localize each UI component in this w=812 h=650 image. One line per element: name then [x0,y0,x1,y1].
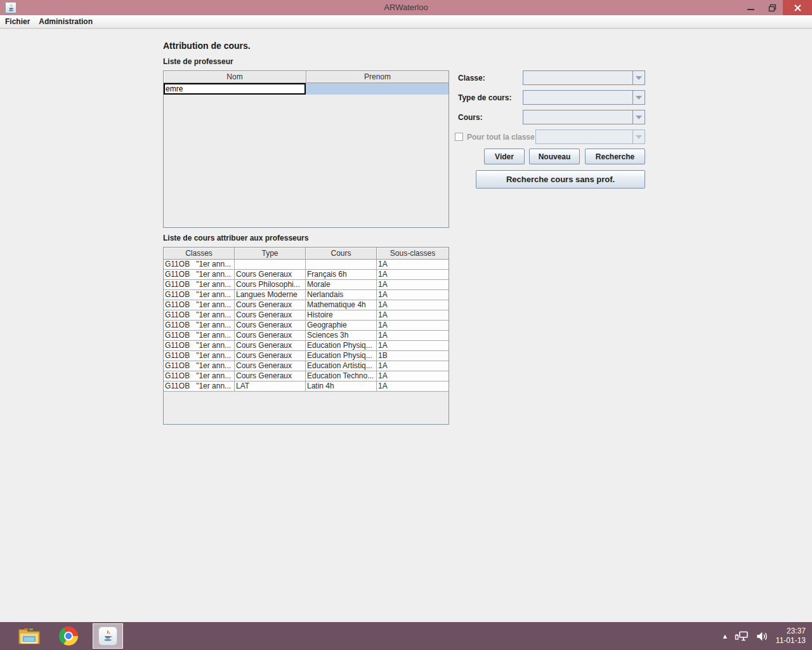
pour-tout-combobox-value [536,130,632,143]
cell-sous_classes: 1A [377,290,449,300]
table-row[interactable]: G11OB "1er ann...Cours GenerauxSciences … [164,331,449,341]
taskbar-chrome-button[interactable] [53,623,84,649]
column-header-classes[interactable]: Classes [164,248,235,260]
chrome-icon [59,627,78,646]
menu-administration[interactable]: Administration [39,15,98,29]
table-row[interactable]: G11OB "1er ann...LATLatin 4h1A [164,381,449,392]
network-icon[interactable] [735,631,749,642]
restore-button[interactable] [761,0,783,15]
table-row[interactable]: G11OB "1er ann...Cours Philosophi...Mora… [164,280,449,290]
classe-label: Classe: [458,74,485,83]
titlebar: ARWaterloo [0,0,812,15]
cell-type: Langues Moderne [235,290,306,300]
system-tray: ▲ 23:37 11-01-13 [723,627,812,646]
cell-cours: Latin 4h [306,381,377,392]
vider-button[interactable]: Vider [484,149,525,164]
cell-type: Cours Generaux [235,310,306,321]
java-icon [98,627,117,646]
cell-sous_classes: 1A [377,321,449,331]
chevron-down-icon[interactable] [632,110,645,124]
cell-type: Cours Generaux [235,361,306,371]
prenom-selected-cell[interactable] [306,83,449,95]
nouveau-button[interactable]: Nouveau [529,149,580,164]
cell-type [235,260,306,270]
close-button[interactable] [783,0,812,15]
column-header-cours[interactable]: Cours [306,248,377,260]
pour-tout-combobox[interactable] [535,129,645,144]
volume-icon[interactable] [756,631,768,642]
minimize-button[interactable] [740,0,761,15]
cell-classes: G11OB "1er ann... [164,351,235,361]
cell-type: Cours Generaux [235,270,306,280]
table-row[interactable]: G11OB "1er ann...Cours GenerauxEducation… [164,341,449,351]
cell-cours: Sciences 3h [306,331,377,341]
table-row[interactable]: G11OB "1er ann...1A [164,260,449,270]
cell-cours: Morale [306,280,377,290]
recherche-cours-sans-prof-button[interactable]: Recherche cours sans prof. [476,170,645,189]
minimize-icon [747,9,754,10]
taskbar-clock[interactable]: 23:37 11-01-13 [776,627,806,646]
column-header-prenom[interactable]: Prenom [306,71,449,83]
table-row[interactable]: G11OB "1er ann...Cours GenerauxEducation… [164,371,449,381]
clock-time: 23:37 [776,627,806,636]
pour-tout-la-classe-label: Pour tout la classe [467,133,535,142]
table-row[interactable]: G11OB "1er ann...Cours GenerauxMathemati… [164,300,449,310]
taskbar-file-explorer-button[interactable] [14,623,44,649]
cell-type: LAT [235,381,306,392]
classe-combobox[interactable] [523,70,645,85]
cell-cours: Mathematique 4h [306,300,377,310]
cell-classes: G11OB "1er ann... [164,260,235,270]
table-row[interactable] [164,83,449,95]
hidden-icons-arrow[interactable]: ▲ [723,633,727,639]
professors-table-header: Nom Prenom [164,71,449,83]
cell-sous_classes: 1A [377,381,449,392]
cell-classes: G11OB "1er ann... [164,341,235,351]
desktop: ARWaterloo Fichier Administration Attr [0,0,812,650]
cell-sous_classes: 1A [377,341,449,351]
cours-combobox[interactable] [523,110,645,124]
cell-sous_classes: 1B [377,351,449,361]
type-de-cours-label: Type de cours: [458,93,511,102]
table-row[interactable]: G11OB "1er ann...Cours GenerauxFrançais … [164,270,449,280]
cell-sous_classes: 1A [377,310,449,321]
cell-classes: G11OB "1er ann... [164,290,235,300]
cell-cours: Histoire [306,310,377,321]
chevron-down-icon[interactable] [632,91,645,104]
table-row[interactable]: G11OB "1er ann...Cours GenerauxGeographi… [164,321,449,331]
column-header-type[interactable]: Type [235,248,306,260]
cell-classes: G11OB "1er ann... [164,331,235,341]
taskbar-apps [14,623,123,649]
table-row[interactable]: G11OB "1er ann...Cours GenerauxHistoire1… [164,310,449,321]
window-title: ARWaterloo [0,0,812,15]
type-de-cours-combobox-value [523,91,632,104]
taskbar: ▲ 23:37 11-01-13 [0,622,812,650]
chevron-down-icon[interactable] [632,130,645,143]
taskbar-java-application-button[interactable] [93,623,123,649]
table-row[interactable]: G11OB "1er ann...Langues ModerneNerlanda… [164,290,449,300]
menu-fichier[interactable]: Fichier [5,15,35,29]
column-header-nom[interactable]: Nom [164,71,306,83]
table-row[interactable]: G11OB "1er ann...Cours GenerauxEducation… [164,351,449,361]
pour-tout-la-classe-checkbox[interactable] [455,133,463,141]
type-de-cours-combobox[interactable] [523,90,645,105]
cell-type: Cours Generaux [235,341,306,351]
cours-combobox-value [523,110,632,124]
nom-editor-input[interactable] [164,83,306,95]
main-panel: Attribution de cours. Liste de professeu… [0,29,812,622]
cell-type: Cours Generaux [235,371,306,381]
cell-cours: Education Artistiq... [306,361,377,371]
cell-cours: Education Techno... [306,371,377,381]
classe-combobox-value [523,71,632,84]
chevron-down-icon[interactable] [632,71,645,84]
professors-table: Nom Prenom [163,70,449,228]
cell-sous_classes: 1A [377,270,449,280]
cell-cours: Français 6h [306,270,377,280]
cell-classes: G11OB "1er ann... [164,310,235,321]
column-header-sous-classes[interactable]: Sous-classes [377,248,449,260]
cell-sous_classes: 1A [377,280,449,290]
recherche-button[interactable]: Recherche [585,149,645,164]
table-row[interactable]: G11OB "1er ann...Cours GenerauxEducation… [164,361,449,371]
menubar: Fichier Administration [0,15,812,29]
cell-classes: G11OB "1er ann... [164,280,235,290]
cell-classes: G11OB "1er ann... [164,321,235,331]
